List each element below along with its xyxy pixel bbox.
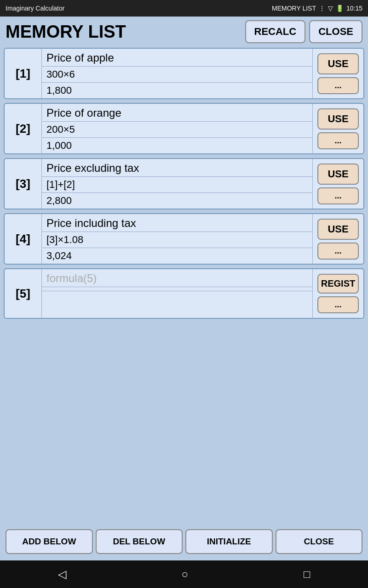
item-buttons-4: USE... — [313, 214, 363, 264]
dots-button-1[interactable]: ... — [317, 77, 359, 94]
status-bar-left: Imaginary Calculator — [6, 5, 64, 12]
item-index-5: [5] — [5, 269, 41, 318]
main-content: MEMORY LIST RECALC CLOSE [1]Price of app… — [0, 17, 368, 560]
memory-list: [1]Price of apple300×61,800USE...[2]Pric… — [4, 48, 364, 526]
item-content-1: Price of apple300×61,800 — [41, 49, 313, 98]
home-icon[interactable]: ○ — [182, 568, 189, 581]
status-bar-right: MEMORY LIST ⋮ ▽ 🔋 10:15 — [272, 5, 362, 12]
item-buttons-5: REGIST... — [313, 269, 363, 318]
use-button-4[interactable]: USE — [317, 219, 359, 240]
item-name-2: Price of orange — [42, 104, 312, 122]
item-name-3: Price excluding tax — [42, 159, 312, 177]
recents-icon[interactable]: □ — [304, 568, 310, 581]
nav-bar: ◁ ○ □ — [0, 560, 368, 588]
del-below-button[interactable]: DEL BELOW — [96, 529, 183, 554]
item-result-1: 1,800 — [42, 83, 312, 98]
add-below-button[interactable]: ADD BELOW — [6, 529, 93, 554]
bottom-bar: ADD BELOW DEL BELOW INITIALIZE CLOSE — [4, 526, 364, 557]
memory-item-3: [3]Price excluding tax[1]+[2]2,800USE... — [4, 158, 364, 209]
menu-icon[interactable]: ⋮ — [319, 5, 325, 12]
close-button-bottom[interactable]: CLOSE — [276, 529, 363, 554]
recalc-button[interactable]: RECALC — [245, 20, 306, 43]
header-row: MEMORY LIST RECALC CLOSE — [4, 20, 364, 43]
item-formula-3: [1]+[2] — [42, 177, 312, 193]
item-name-4: Price including tax — [42, 214, 312, 232]
use-button-3[interactable]: USE — [317, 164, 359, 185]
item-content-2: Price of orange200×51,000 — [41, 104, 313, 153]
memory-item-2: [2]Price of orange200×51,000USE... — [4, 103, 364, 154]
item-formula-5[interactable] — [42, 287, 312, 291]
item-content-3: Price excluding tax[1]+[2]2,800 — [41, 159, 313, 209]
memory-list-label: MEMORY LIST — [272, 5, 316, 12]
dots-button-5[interactable]: ... — [317, 296, 359, 313]
item-index-1: [1] — [5, 49, 41, 98]
item-index-4: [4] — [5, 214, 41, 264]
header-buttons: RECALC CLOSE — [245, 20, 362, 43]
back-icon[interactable]: ◁ — [58, 568, 66, 581]
use-button-1[interactable]: USE — [317, 53, 359, 74]
dots-button-2[interactable]: ... — [317, 132, 359, 149]
memory-item-4: [4]Price including tax[3]×1.083,024USE..… — [4, 213, 364, 265]
time-label: 10:15 — [346, 5, 362, 12]
memory-item-1: [1]Price of apple300×61,800USE... — [4, 48, 364, 99]
wifi-icon: ▽ — [328, 5, 333, 12]
item-result-3: 2,800 — [42, 193, 312, 209]
item-result-4: 3,024 — [42, 248, 312, 264]
dots-button-4[interactable]: ... — [317, 243, 359, 260]
item-buttons-1: USE... — [313, 49, 363, 98]
item-index-3: [3] — [5, 159, 41, 209]
app-name-label: Imaginary Calculator — [6, 5, 64, 12]
item-result-5 — [42, 291, 312, 295]
regist-button-5[interactable]: REGIST — [317, 274, 359, 294]
item-content-5: formula(5) — [41, 269, 313, 318]
item-buttons-3: USE... — [313, 159, 363, 209]
dots-button-3[interactable]: ... — [317, 187, 359, 204]
item-formula-1: 300×6 — [42, 67, 312, 83]
item-buttons-2: USE... — [313, 104, 363, 153]
initialize-button[interactable]: INITIALIZE — [185, 529, 273, 554]
battery-icon: 🔋 — [336, 5, 344, 12]
item-name-5[interactable]: formula(5) — [42, 269, 312, 287]
use-button-2[interactable]: USE — [317, 108, 359, 130]
close-button-top[interactable]: CLOSE — [309, 20, 362, 43]
memory-item-5: [5]formula(5)REGIST... — [4, 268, 364, 319]
item-result-2: 1,000 — [42, 138, 312, 153]
item-name-1: Price of apple — [42, 49, 312, 67]
item-index-2: [2] — [5, 104, 41, 153]
item-content-4: Price including tax[3]×1.083,024 — [41, 214, 313, 264]
status-bar: Imaginary Calculator MEMORY LIST ⋮ ▽ 🔋 1… — [0, 0, 368, 17]
page-title: MEMORY LIST — [6, 22, 126, 42]
item-formula-2: 200×5 — [42, 122, 312, 138]
item-formula-4: [3]×1.08 — [42, 232, 312, 248]
